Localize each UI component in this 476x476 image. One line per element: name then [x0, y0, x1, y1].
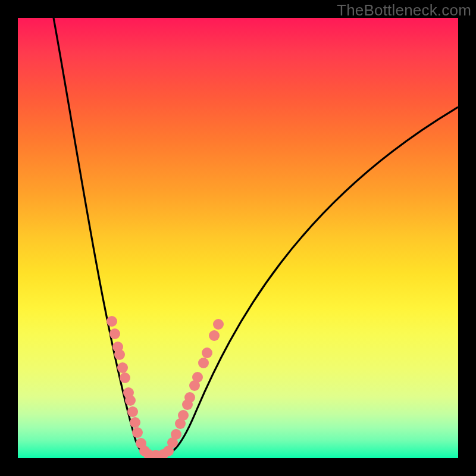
data-dot — [132, 427, 143, 438]
data-dot — [184, 392, 195, 403]
chart-frame: TheBottleneck.com — [0, 0, 476, 476]
data-dot — [209, 330, 220, 341]
curve-svg — [18, 18, 458, 458]
data-dot — [171, 429, 181, 440]
curve-right — [165, 107, 458, 455]
data-dot — [109, 328, 120, 339]
data-dot — [130, 417, 140, 428]
data-dot — [125, 395, 136, 406]
data-dot — [117, 362, 128, 373]
watermark-label: TheBottleneck.com — [337, 1, 471, 20]
data-dot — [202, 347, 212, 358]
data-dot — [107, 316, 117, 327]
plot-area — [18, 18, 458, 458]
curve-left — [54, 18, 147, 455]
data-dot — [198, 358, 209, 368]
data-dot — [192, 372, 203, 383]
data-dot — [127, 406, 138, 417]
data-dot — [120, 372, 130, 383]
data-dot — [178, 410, 189, 421]
data-dot — [213, 319, 224, 330]
data-dot — [114, 349, 125, 360]
